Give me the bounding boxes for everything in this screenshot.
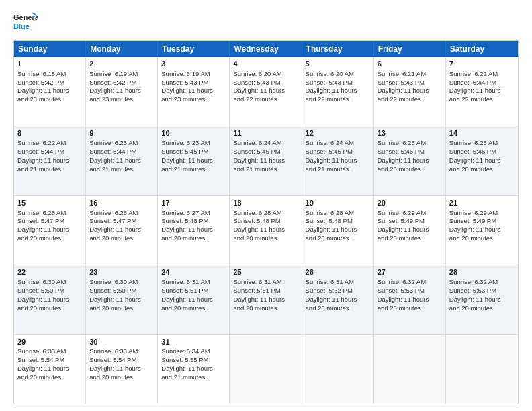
day-info: Sunset: 5:49 PM bbox=[449, 217, 515, 226]
day-info: Sunrise: 6:24 AM bbox=[233, 139, 298, 148]
calendar-cell: 24Sunrise: 6:31 AMSunset: 5:51 PMDayligh… bbox=[158, 265, 230, 334]
svg-text:Blue: Blue bbox=[13, 22, 30, 30]
day-info: and 21 minutes. bbox=[17, 165, 82, 174]
day-info: Sunrise: 6:19 AM bbox=[161, 70, 226, 79]
calendar-cell: 23Sunrise: 6:30 AMSunset: 5:50 PMDayligh… bbox=[86, 265, 158, 334]
day-info: Sunrise: 6:26 AM bbox=[17, 209, 82, 218]
day-info: Daylight: 11 hours bbox=[17, 226, 82, 234]
day-info: Sunset: 5:51 PM bbox=[161, 287, 226, 295]
day-number: 21 bbox=[449, 198, 515, 208]
day-info: Daylight: 11 hours bbox=[449, 295, 515, 304]
calendar-cell: 2Sunrise: 6:19 AMSunset: 5:42 PMDaylight… bbox=[86, 57, 158, 126]
day-info: Daylight: 11 hours bbox=[449, 156, 515, 165]
day-info: Daylight: 11 hours bbox=[378, 226, 442, 234]
day-info: Sunrise: 6:20 AM bbox=[233, 70, 298, 79]
day-info: Sunrise: 6:26 AM bbox=[89, 209, 154, 218]
day-info: and 21 minutes. bbox=[161, 373, 226, 382]
calendar-cell: 13Sunrise: 6:25 AMSunset: 5:46 PMDayligh… bbox=[374, 126, 446, 195]
calendar-cell: 12Sunrise: 6:24 AMSunset: 5:45 PMDayligh… bbox=[302, 126, 374, 195]
day-info: Sunrise: 6:18 AM bbox=[17, 70, 82, 79]
day-info: Sunset: 5:42 PM bbox=[17, 79, 82, 87]
header-day-monday: Monday bbox=[86, 41, 158, 57]
calendar-header: SundayMondayTuesdayWednesdayThursdayFrid… bbox=[14, 41, 518, 57]
day-info: Sunset: 5:48 PM bbox=[161, 217, 226, 226]
day-info: Sunset: 5:44 PM bbox=[17, 148, 82, 156]
day-info: Sunrise: 6:32 AM bbox=[378, 278, 442, 287]
day-info: Sunset: 5:45 PM bbox=[306, 148, 370, 156]
day-info: and 20 minutes. bbox=[89, 234, 154, 243]
day-number: 5 bbox=[306, 59, 370, 69]
day-number: 9 bbox=[89, 128, 154, 138]
day-info: Sunrise: 6:33 AM bbox=[17, 347, 82, 356]
day-number: 12 bbox=[306, 128, 370, 138]
day-info: Daylight: 11 hours bbox=[449, 87, 515, 95]
calendar-cell: 10Sunrise: 6:23 AMSunset: 5:45 PMDayligh… bbox=[158, 126, 230, 195]
calendar-cell: 4Sunrise: 6:20 AMSunset: 5:43 PMDaylight… bbox=[230, 57, 302, 126]
calendar-cell: 30Sunrise: 6:33 AMSunset: 5:54 PMDayligh… bbox=[86, 335, 158, 404]
day-info: and 20 minutes. bbox=[378, 234, 442, 243]
day-number: 7 bbox=[449, 59, 515, 69]
logo-container: General Blue bbox=[13, 11, 38, 35]
day-number: 15 bbox=[17, 198, 82, 208]
calendar-cell: 19Sunrise: 6:28 AMSunset: 5:48 PMDayligh… bbox=[302, 196, 374, 265]
day-info: Sunset: 5:43 PM bbox=[306, 79, 370, 87]
calendar-row: 22Sunrise: 6:30 AMSunset: 5:50 PMDayligh… bbox=[14, 265, 518, 334]
day-info: and 21 minutes. bbox=[89, 165, 154, 174]
calendar-cell: 29Sunrise: 6:33 AMSunset: 5:54 PMDayligh… bbox=[14, 335, 86, 404]
calendar-cell: 6Sunrise: 6:21 AMSunset: 5:43 PMDaylight… bbox=[374, 57, 446, 126]
calendar-cell: 17Sunrise: 6:27 AMSunset: 5:48 PMDayligh… bbox=[158, 196, 230, 265]
day-number: 3 bbox=[161, 59, 226, 69]
calendar-cell: 18Sunrise: 6:28 AMSunset: 5:48 PMDayligh… bbox=[230, 196, 302, 265]
day-info: Daylight: 11 hours bbox=[17, 156, 82, 165]
day-info: Sunrise: 6:28 AM bbox=[306, 209, 370, 218]
calendar: SundayMondayTuesdayWednesdayThursdayFrid… bbox=[13, 40, 519, 404]
day-info: and 20 minutes. bbox=[233, 304, 298, 313]
day-info: Sunrise: 6:19 AM bbox=[89, 70, 154, 79]
day-info: and 20 minutes. bbox=[233, 234, 298, 243]
calendar-row: 8Sunrise: 6:22 AMSunset: 5:44 PMDaylight… bbox=[14, 126, 518, 195]
calendar-cell: 22Sunrise: 6:30 AMSunset: 5:50 PMDayligh… bbox=[14, 265, 86, 334]
day-info: Sunrise: 6:30 AM bbox=[89, 278, 154, 287]
day-number: 13 bbox=[378, 128, 442, 138]
day-info: and 20 minutes. bbox=[161, 304, 226, 313]
day-number: 20 bbox=[378, 198, 442, 208]
day-info: and 20 minutes. bbox=[449, 304, 515, 313]
day-number: 23 bbox=[89, 267, 154, 277]
calendar-cell: 8Sunrise: 6:22 AMSunset: 5:44 PMDaylight… bbox=[14, 126, 86, 195]
day-info: Sunset: 5:52 PM bbox=[306, 287, 370, 295]
day-info: Sunset: 5:43 PM bbox=[378, 79, 442, 87]
day-info: Sunset: 5:50 PM bbox=[17, 287, 82, 295]
day-info: Sunrise: 6:22 AM bbox=[17, 139, 82, 148]
calendar-cell: 14Sunrise: 6:25 AMSunset: 5:46 PMDayligh… bbox=[446, 126, 518, 195]
calendar-cell: 1Sunrise: 6:18 AMSunset: 5:42 PMDaylight… bbox=[14, 57, 86, 126]
calendar-cell bbox=[230, 335, 302, 404]
day-number: 26 bbox=[306, 267, 370, 277]
day-info: Daylight: 11 hours bbox=[378, 156, 442, 165]
day-number: 19 bbox=[306, 198, 370, 208]
day-info: Daylight: 11 hours bbox=[89, 365, 154, 373]
day-info: and 20 minutes. bbox=[89, 373, 154, 382]
day-number: 2 bbox=[89, 59, 154, 69]
day-info: and 20 minutes. bbox=[17, 373, 82, 382]
calendar-cell: 11Sunrise: 6:24 AMSunset: 5:45 PMDayligh… bbox=[230, 126, 302, 195]
day-info: Sunrise: 6:25 AM bbox=[378, 139, 442, 148]
day-info: Daylight: 11 hours bbox=[161, 365, 226, 373]
day-info: Daylight: 11 hours bbox=[233, 226, 298, 234]
calendar-cell: 20Sunrise: 6:29 AMSunset: 5:49 PMDayligh… bbox=[374, 196, 446, 265]
calendar-cell: 9Sunrise: 6:23 AMSunset: 5:44 PMDaylight… bbox=[86, 126, 158, 195]
day-info: Sunset: 5:50 PM bbox=[89, 287, 154, 295]
day-info: Sunset: 5:47 PM bbox=[17, 217, 82, 226]
day-info: Sunset: 5:48 PM bbox=[233, 217, 298, 226]
day-info: Sunrise: 6:28 AM bbox=[233, 209, 298, 218]
calendar-cell: 21Sunrise: 6:29 AMSunset: 5:49 PMDayligh… bbox=[446, 196, 518, 265]
calendar-body: 1Sunrise: 6:18 AMSunset: 5:42 PMDaylight… bbox=[14, 57, 518, 404]
calendar-cell: 15Sunrise: 6:26 AMSunset: 5:47 PMDayligh… bbox=[14, 196, 86, 265]
page: General Blue SundayMondayTuesdayWednesda… bbox=[0, 0, 532, 411]
day-info: and 21 minutes. bbox=[306, 165, 370, 174]
day-number: 24 bbox=[161, 267, 226, 277]
calendar-cell bbox=[302, 335, 374, 404]
day-number: 8 bbox=[17, 128, 82, 138]
day-info: Daylight: 11 hours bbox=[449, 226, 515, 234]
day-info: Daylight: 11 hours bbox=[378, 295, 442, 304]
day-info: Sunrise: 6:33 AM bbox=[89, 347, 154, 356]
